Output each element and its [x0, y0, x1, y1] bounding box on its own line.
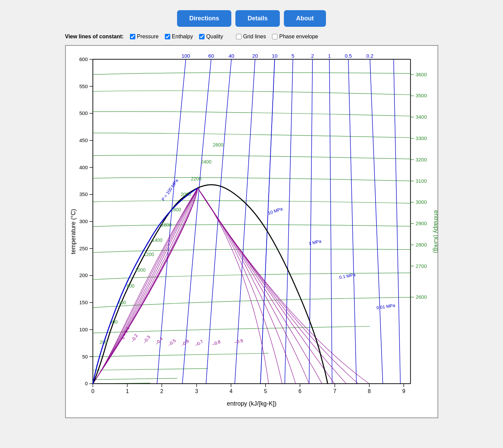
svg-text:3600: 3600	[415, 72, 427, 77]
svg-text:3400: 3400	[415, 114, 427, 120]
svg-text:2600: 2600	[415, 294, 427, 300]
svg-text:6: 6	[298, 388, 302, 394]
svg-text:2: 2	[311, 53, 314, 59]
svg-text:400: 400	[79, 164, 88, 170]
quality-checkbox[interactable]	[199, 34, 205, 39]
pressure-option[interactable]: Pressure	[130, 34, 159, 40]
svg-text:9: 9	[402, 388, 405, 394]
svg-text:500: 500	[79, 110, 88, 116]
svg-text:0: 0	[85, 381, 88, 386]
svg-text:2200: 2200	[191, 176, 201, 181]
x-axis-ticks: 0 1 2 3 4 5 6 7 8 9	[91, 384, 405, 394]
details-button[interactable]: Details	[235, 10, 280, 27]
svg-text:1: 1	[125, 388, 129, 394]
svg-text:100: 100	[181, 53, 190, 59]
svg-text:10: 10	[272, 53, 277, 59]
phase-envelope-checkbox[interactable]	[272, 34, 277, 39]
svg-text:8: 8	[368, 388, 371, 394]
svg-text:3000: 3000	[415, 199, 427, 205]
svg-text:50: 50	[82, 354, 88, 359]
svg-text:20: 20	[252, 53, 258, 59]
svg-text:3500: 3500	[415, 93, 427, 98]
svg-text:1: 1	[328, 53, 331, 59]
enthalpy-checkbox[interactable]	[165, 34, 170, 39]
svg-text:550: 550	[79, 83, 88, 89]
phase-envelope-option[interactable]: Phase envelope	[272, 34, 318, 40]
svg-text:2700: 2700	[415, 263, 427, 269]
svg-text:4: 4	[229, 388, 232, 394]
svg-text:2600: 2600	[213, 142, 223, 148]
quality-option[interactable]: Quality	[199, 34, 223, 40]
view-options-label: View lines of constant:	[65, 34, 124, 40]
svg-text:5: 5	[291, 53, 294, 59]
phase-envelope-label: Phase envelope	[279, 34, 318, 40]
gridlines-checkbox[interactable]	[236, 34, 241, 39]
svg-text:800: 800	[127, 283, 135, 289]
svg-rect-1	[93, 59, 410, 384]
svg-text:600: 600	[79, 56, 88, 62]
svg-text:300: 300	[79, 218, 88, 224]
svg-text:40: 40	[228, 53, 234, 59]
svg-text:1200: 1200	[143, 252, 154, 257]
gridlines-label: Grid lines	[243, 34, 266, 40]
svg-text:200: 200	[79, 273, 88, 278]
svg-text:7: 7	[333, 388, 336, 394]
svg-text:3100: 3100	[415, 178, 427, 184]
svg-text:3200: 3200	[415, 157, 427, 162]
gridlines-option[interactable]: Grid lines	[236, 34, 266, 40]
svg-text:0: 0	[91, 388, 94, 394]
pressure-checkbox[interactable]	[130, 34, 135, 39]
svg-text:250: 250	[79, 246, 88, 251]
svg-text:2: 2	[160, 388, 163, 394]
svg-text:1400: 1400	[152, 237, 162, 243]
svg-text:1000: 1000	[135, 267, 146, 273]
top-buttons-container: Directions Details About	[177, 10, 326, 27]
chart-container: 0 1 2 3 4 5 6 7 8 9 entropy (kJ/[kg-K])	[65, 45, 438, 418]
enthalpy-option[interactable]: Enthalpy	[165, 34, 193, 40]
svg-text:2900: 2900	[415, 220, 427, 226]
y-axis-left-label: temperature (°C)	[70, 209, 76, 254]
y-axis-right-label: enthalpy (kJ/kg)	[433, 210, 438, 253]
svg-text:0.5: 0.5	[345, 53, 352, 59]
x-axis-label: entropy (kJ/[kg-K])	[227, 400, 276, 407]
svg-text:350: 350	[79, 191, 88, 197]
quality-label: Quality	[206, 34, 223, 40]
enthalpy-label: Enthalpy	[172, 34, 193, 40]
svg-text:2400: 2400	[201, 159, 211, 164]
svg-text:3300: 3300	[415, 135, 427, 141]
svg-text:3: 3	[195, 388, 198, 394]
view-options-bar: View lines of constant: Pressure Enthalp…	[65, 34, 438, 40]
chart-svg: 0 1 2 3 4 5 6 7 8 9 entropy (kJ/[kg-K])	[66, 46, 438, 417]
about-button[interactable]: About	[284, 10, 326, 27]
y-axis-right-ticks: 3600 3500 3400 3300 3200 3100 3000 2900 …	[410, 72, 427, 300]
svg-text:2800: 2800	[415, 242, 427, 248]
svg-text:150: 150	[79, 299, 88, 305]
svg-text:60: 60	[208, 53, 214, 59]
pressure-top-labels: 100 60 40 20 10 5 2 1 0.5 0.2	[181, 53, 373, 59]
y-axis-left-ticks: 0 50 100 150 200 250 300 350 400 450 500…	[79, 56, 93, 387]
svg-text:450: 450	[79, 137, 88, 143]
directions-button[interactable]: Directions	[177, 10, 231, 27]
svg-text:0.2: 0.2	[366, 53, 373, 59]
pressure-label: Pressure	[137, 34, 159, 40]
svg-text:5: 5	[264, 388, 267, 394]
svg-text:100: 100	[79, 327, 88, 332]
svg-text:1600: 1600	[161, 222, 171, 228]
